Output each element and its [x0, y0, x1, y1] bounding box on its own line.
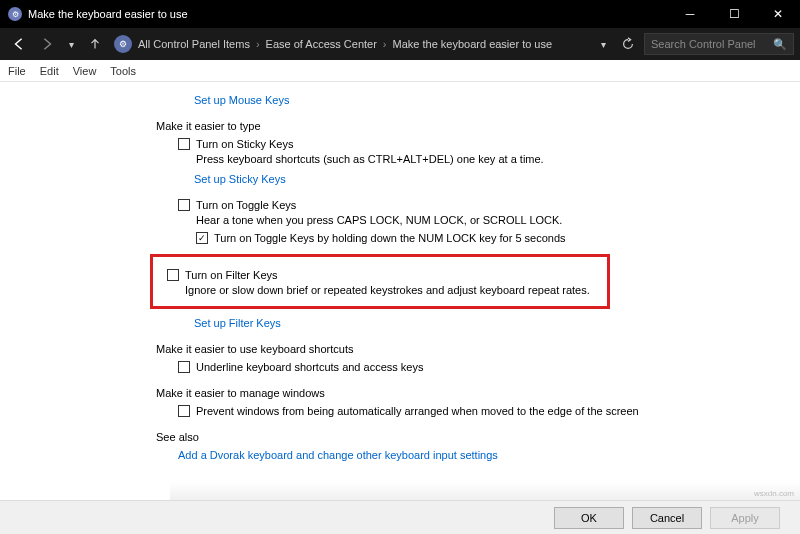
refresh-button[interactable]	[616, 37, 640, 51]
underline-shortcuts-label: Underline keyboard shortcuts and access …	[196, 361, 423, 373]
setup-mouse-keys-link[interactable]: Set up Mouse Keys	[194, 94, 800, 106]
section-windows-title: Make it easier to manage windows	[156, 387, 800, 399]
underline-shortcuts-checkbox[interactable]	[178, 361, 190, 373]
recent-dropdown[interactable]: ▾	[62, 39, 80, 50]
section-shortcuts-title: Make it easier to use keyboard shortcuts	[156, 343, 800, 355]
ok-button[interactable]: OK	[554, 507, 624, 529]
toggle-keys-desc: Hear a tone when you press CAPS LOCK, NU…	[196, 214, 800, 226]
forward-button[interactable]	[34, 31, 60, 57]
breadcrumb-dropdown[interactable]: ▾	[594, 39, 612, 50]
breadcrumb: All Control Panel Items › Ease of Access…	[138, 38, 592, 50]
dvorak-link[interactable]: Add a Dvorak keyboard and change other k…	[178, 449, 800, 461]
search-input[interactable]: Search Control Panel 🔍	[644, 33, 794, 55]
app-icon: ⚙	[8, 7, 22, 21]
prevent-arrange-checkbox[interactable]	[178, 405, 190, 417]
breadcrumb-item[interactable]: All Control Panel Items	[138, 38, 250, 50]
search-icon: 🔍	[773, 38, 787, 51]
prevent-arrange-label: Prevent windows from being automatically…	[196, 405, 639, 417]
minimize-button[interactable]: ─	[668, 0, 712, 28]
footer: OK Cancel Apply	[0, 500, 800, 534]
chevron-right-icon: ›	[383, 38, 387, 50]
chevron-right-icon: ›	[256, 38, 260, 50]
content-area: Set up Mouse Keys Make it easier to type…	[0, 82, 800, 500]
toggle-hold-checkbox[interactable]	[196, 232, 208, 244]
window-title: Make the keyboard easier to use	[28, 8, 188, 20]
menu-view[interactable]: View	[73, 65, 97, 77]
menu-file[interactable]: File	[8, 65, 26, 77]
menubar: File Edit View Tools	[0, 60, 800, 82]
menu-edit[interactable]: Edit	[40, 65, 59, 77]
section-type-title: Make it easier to type	[156, 120, 800, 132]
filter-keys-checkbox[interactable]	[167, 269, 179, 281]
sticky-keys-checkbox[interactable]	[178, 138, 190, 150]
apply-button[interactable]: Apply	[710, 507, 780, 529]
close-button[interactable]: ✕	[756, 0, 800, 28]
see-also-title: See also	[156, 431, 800, 443]
toggle-keys-checkbox[interactable]	[178, 199, 190, 211]
filter-keys-label: Turn on Filter Keys	[185, 269, 278, 281]
sticky-keys-label: Turn on Sticky Keys	[196, 138, 293, 150]
filter-keys-highlight: Turn on Filter Keys Ignore or slow down …	[150, 254, 610, 309]
filter-keys-desc: Ignore or slow down brief or repeated ke…	[185, 284, 599, 296]
sticky-keys-desc: Press keyboard shortcuts (such as CTRL+A…	[196, 153, 800, 165]
control-panel-icon: ⚙	[114, 35, 132, 53]
breadcrumb-item[interactable]: Make the keyboard easier to use	[393, 38, 553, 50]
cancel-button[interactable]: Cancel	[632, 507, 702, 529]
back-button[interactable]	[6, 31, 32, 57]
menu-tools[interactable]: Tools	[110, 65, 136, 77]
up-button[interactable]	[82, 31, 108, 57]
titlebar: ⚙ Make the keyboard easier to use ─ ☐ ✕	[0, 0, 800, 28]
toggle-hold-label: Turn on Toggle Keys by holding down the …	[214, 232, 566, 244]
navbar: ▾ ⚙ All Control Panel Items › Ease of Ac…	[0, 28, 800, 60]
setup-filter-keys-link[interactable]: Set up Filter Keys	[194, 317, 800, 329]
search-placeholder: Search Control Panel	[651, 38, 756, 50]
breadcrumb-item[interactable]: Ease of Access Center	[266, 38, 377, 50]
watermark: wsxdn.com	[754, 489, 794, 498]
maximize-button[interactable]: ☐	[712, 0, 756, 28]
toggle-keys-label: Turn on Toggle Keys	[196, 199, 296, 211]
setup-sticky-keys-link[interactable]: Set up Sticky Keys	[194, 173, 800, 185]
